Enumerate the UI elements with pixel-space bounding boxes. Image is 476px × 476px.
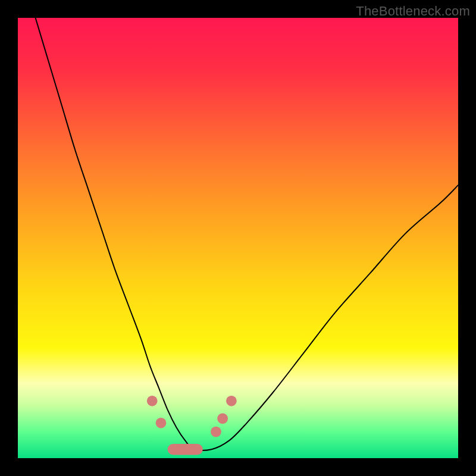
curve-layer [18,18,458,458]
good-zone-marker [211,427,221,437]
good-zone-bar [168,444,203,455]
good-zone-marker [147,396,158,406]
good-zone-marker [217,414,228,424]
good-zone-marker [226,396,237,406]
bottleneck-curve [36,18,458,450]
watermark-text: TheBottleneck.com [356,4,470,19]
plot-area [18,18,458,458]
good-zone-marker [156,418,167,428]
chart-frame: TheBottleneck.com [0,0,476,476]
